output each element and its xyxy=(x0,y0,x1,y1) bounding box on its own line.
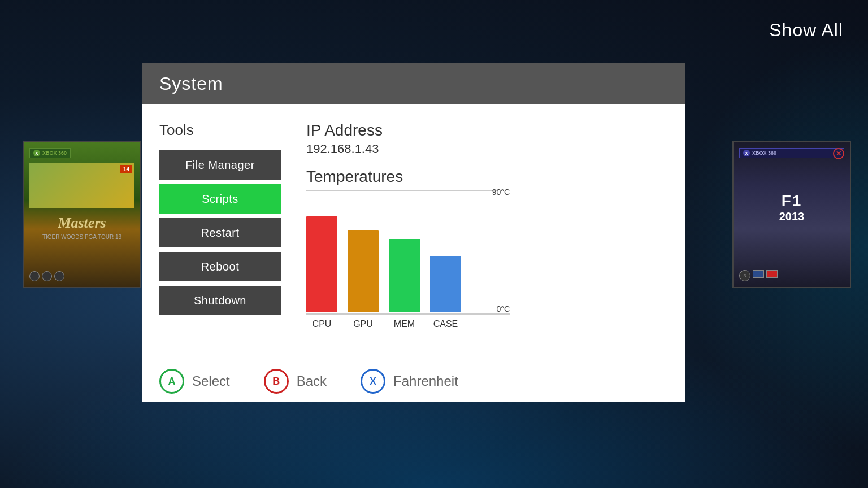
bar-cpu-wrap xyxy=(306,216,337,312)
file-manager-button[interactable]: File Manager xyxy=(159,150,281,180)
chart-label-cpu: CPU xyxy=(306,319,337,329)
system-dialog: System Tools File Manager Scripts Restar… xyxy=(142,63,685,402)
dialog-header: System xyxy=(142,63,685,104)
shutdown-button[interactable]: Shutdown xyxy=(159,286,281,315)
game-right-year: 2013 xyxy=(739,210,844,223)
game-left-icons xyxy=(29,271,64,281)
bar-mem-wrap xyxy=(389,239,420,312)
temp-scale-bottom: 0°C xyxy=(497,304,510,313)
bar-cpu xyxy=(306,216,337,312)
back-label: Back xyxy=(297,373,327,389)
chart-label-case: CASE xyxy=(430,319,461,329)
bar-case xyxy=(430,256,461,312)
xbox-x-icon-left: X xyxy=(33,150,40,156)
game-right-title: F1 xyxy=(739,192,844,210)
tools-title: Tools xyxy=(159,121,284,139)
temp-section: Temperatures 90°C 0°C xyxy=(306,168,668,329)
temp-label: Temperatures xyxy=(306,168,668,186)
game-left-title: Masters xyxy=(58,215,106,232)
fahrenheit-button[interactable]: X Fahrenheit xyxy=(361,369,458,394)
dialog-title: System xyxy=(159,73,668,94)
temperature-chart: 90°C 0°C xyxy=(306,190,510,315)
reboot-button[interactable]: Reboot xyxy=(159,252,281,281)
select-label: Select xyxy=(192,373,230,389)
rating-badge: 14 xyxy=(120,165,132,173)
bar-case-wrap xyxy=(430,256,461,312)
xbox360-badge-right: X XBOX 360 xyxy=(739,148,844,158)
chart-top-line xyxy=(306,190,498,191)
chart-label-mem: MEM xyxy=(389,319,420,329)
restart-button[interactable]: Restart xyxy=(159,218,281,247)
bar-gpu xyxy=(348,230,379,312)
select-button[interactable]: A Select xyxy=(159,369,230,394)
dialog-body: Tools File Manager Scripts Restart Reboo… xyxy=(142,104,685,360)
b-button-circle: B xyxy=(264,369,289,394)
ip-value: 192.168.1.43 xyxy=(306,142,668,156)
ip-section: IP Address 192.168.1.43 xyxy=(306,121,668,156)
tool-buttons: File Manager Scripts Restart Reboot Shut… xyxy=(159,150,284,315)
game-left-subtitle: TIGER WOODS PGA TOUR 13 xyxy=(42,234,121,240)
bar-gpu-wrap xyxy=(348,230,379,312)
info-panel: IP Address 192.168.1.43 Temperatures 90°… xyxy=(306,121,668,343)
fahrenheit-label: Fahrenheit xyxy=(393,373,458,389)
bars-container xyxy=(306,194,461,312)
a-button-circle: A xyxy=(159,369,184,394)
back-button[interactable]: B Back xyxy=(264,369,327,394)
xbox360-badge-left: X XBOX 360 xyxy=(29,148,71,158)
temp-scale-top: 90°C xyxy=(492,188,510,197)
game-right-icons: 3 xyxy=(739,270,778,281)
xbox-x-icon-right: X xyxy=(743,150,750,156)
x-button-circle: X xyxy=(361,369,385,394)
tools-panel: Tools File Manager Scripts Restart Reboo… xyxy=(159,121,284,343)
game-thumb-left[interactable]: X XBOX 360 14 Masters TIGER WOODS PGA TO… xyxy=(23,141,141,288)
ip-label: IP Address xyxy=(306,121,668,140)
scripts-button[interactable]: Scripts xyxy=(159,184,281,213)
bar-mem xyxy=(389,239,420,312)
close-icon-right: ✕ xyxy=(833,148,844,159)
chart-labels: CPU GPU MEM CASE xyxy=(306,319,668,329)
dialog-footer: A Select B Back X Fahrenheit xyxy=(142,360,685,402)
show-all-button[interactable]: Show All xyxy=(769,20,843,41)
chart-label-gpu: GPU xyxy=(348,319,379,329)
game-thumb-right[interactable]: X XBOX 360 F1 2013 ✕ 3 xyxy=(732,141,851,288)
